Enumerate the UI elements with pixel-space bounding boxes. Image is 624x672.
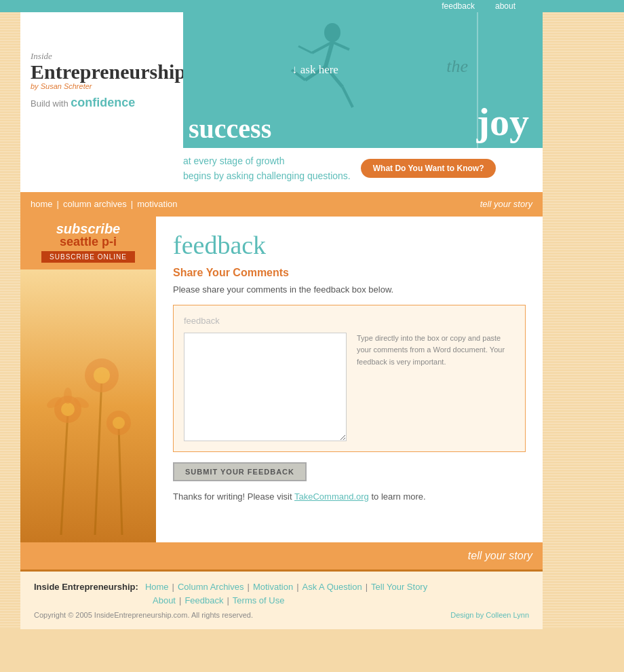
nav-tell-your-story[interactable]: tell your story — [480, 199, 532, 209]
svg-line-11 — [119, 426, 122, 535]
footer-row1: Inside Entrepreneurship: Home | Column A… — [34, 582, 529, 592]
logo-tagline-strong: confidence — [71, 96, 135, 109]
footer-link-feedback[interactable]: Feedback — [184, 595, 223, 605]
footer-sep2: | — [248, 582, 250, 592]
logo-byline: by Susan Schreter — [31, 82, 173, 90]
subscribe-subtitle: seattle p-i — [27, 236, 149, 248]
svg-point-0 — [324, 23, 340, 42]
svg-point-17 — [113, 417, 125, 429]
thanks-text: Thanks for writing! Please visit TakeCom… — [173, 491, 526, 502]
sub-hero-line1: at every stage of growth — [183, 153, 351, 168]
logo-tagline-pre: Build with — [31, 98, 71, 109]
svg-line-5 — [343, 87, 353, 107]
page-title: feedback — [173, 230, 526, 260]
submit-feedback-button[interactable]: SUBMIT YOUR FEEDBACK — [173, 462, 307, 481]
top-nav-bar: feedback about — [0, 0, 624, 12]
section-heading: Share Your Comments — [173, 267, 526, 279]
footer-links-row1: Home | Column Archives | Motivation | As… — [145, 582, 427, 592]
intro-text: Please share your comments in the feedba… — [173, 284, 526, 295]
svg-line-10 — [95, 379, 102, 535]
hero-text-the: the — [446, 56, 468, 77]
svg-line-8 — [332, 42, 349, 50]
hero-text-success: success — [189, 113, 271, 145]
nav-sep2: | — [131, 199, 133, 209]
footer-link-about[interactable]: About — [153, 595, 176, 605]
footer-link-tell-story[interactable]: Tell Your Story — [371, 582, 427, 592]
footer-site-name: Inside Entrepreneurship: — [34, 582, 138, 592]
footer-sep3: | — [296, 582, 298, 592]
logo-title: Inside Entrepreneurship by Susan Schrete… — [31, 51, 173, 96]
subscribe-title: subscribe — [27, 222, 149, 236]
design-credit-link[interactable]: Design by Colleen Lynn — [450, 611, 529, 619]
sidebar-flower-decoration — [20, 269, 156, 542]
header-area: Inside Entrepreneurship by Susan Schrete… — [20, 12, 543, 148]
nav-home[interactable]: home — [31, 199, 53, 209]
footer-link-ask-question[interactable]: Ask A Question — [303, 582, 362, 592]
footer: Inside Entrepreneurship: Home | Column A… — [20, 572, 543, 629]
subscribe-button[interactable]: SUBSCRIBE ONLINE — [41, 251, 135, 263]
subscribe-box: subscribe seattle p-i SUBSCRIBE ONLINE — [20, 217, 156, 269]
thanks-suffix: to learn more. — [371, 491, 425, 502]
thanks-link[interactable]: TakeCommand.org — [294, 491, 369, 502]
feedback-textarea[interactable] — [184, 333, 347, 441]
hero-ask-here: ↓ ask here — [292, 63, 338, 77]
feedback-hint: Type directly into the box or copy and p… — [357, 333, 515, 441]
feedback-box-label: feedback — [184, 316, 515, 326]
nav-column-archives[interactable]: column archives — [63, 199, 127, 209]
nav-left: home | column archives | motivation — [31, 199, 178, 209]
nav-motivation[interactable]: motivation — [137, 199, 177, 209]
feedback-form-inner: Type directly into the box or copy and p… — [184, 333, 515, 441]
right-decorative-stripe — [543, 12, 624, 629]
sub-hero-text: at every stage of growth begins by askin… — [183, 153, 351, 184]
sidebar-image-area — [20, 269, 156, 542]
nav-sep1: | — [57, 199, 59, 209]
footer-sep6: | — [227, 595, 229, 605]
main-content: feedback Share Your Comments Please shar… — [156, 217, 543, 542]
sidebar: subscribe seattle p-i SUBSCRIBE ONLINE — [20, 217, 156, 542]
sub-hero-line2: begins by asking challenging questions. — [183, 168, 351, 183]
footer-sep1: | — [172, 582, 174, 592]
logo-entrepreneurship: Entrepreneurship — [31, 62, 173, 82]
svg-point-15 — [94, 367, 110, 384]
outer-wrapper: Inside Entrepreneurship by Susan Schrete… — [0, 12, 624, 629]
footer-sep4: | — [366, 582, 368, 592]
top-nav-about[interactable]: about — [495, 1, 515, 11]
thanks-pre: Thanks for writing! Please visit — [173, 491, 292, 502]
tell-story-link[interactable]: tell your story — [468, 550, 532, 562]
svg-point-20 — [64, 388, 72, 404]
footer-row2: About | Feedback | Terms of Use — [34, 595, 529, 605]
copyright-text: Copyright © 2005 InsideEntrepreneurship.… — [34, 611, 253, 619]
footer-link-column-archives[interactable]: Column Archives — [178, 582, 244, 592]
footer-link-motivation[interactable]: Motivation — [253, 582, 293, 592]
svg-line-9 — [61, 413, 68, 535]
logo-tagline: Build with confidence — [31, 96, 173, 110]
feedback-form-box: feedback Type directly into the box or c… — [173, 305, 526, 452]
footer-link-terms[interactable]: Terms of Use — [233, 595, 285, 605]
top-nav-feedback[interactable]: feedback — [442, 1, 475, 11]
footer-sep5: | — [179, 595, 181, 605]
left-decorative-stripe — [0, 12, 20, 629]
nav-bar: home | column archives | motivation tell… — [20, 192, 543, 217]
svg-line-7 — [298, 46, 312, 53]
hero-banner: the joy success ↓ ask here — [183, 12, 543, 148]
main-column: Inside Entrepreneurship by Susan Schrete… — [20, 12, 543, 629]
tell-story-bar: tell your story — [20, 542, 543, 570]
sub-hero-area: at every stage of growth begins by askin… — [20, 148, 543, 192]
ask-button[interactable]: What Do You Want to Know? — [361, 159, 496, 178]
footer-link-home[interactable]: Home — [145, 582, 169, 592]
nav-right: tell your story — [480, 199, 532, 209]
logo-area: Inside Entrepreneurship by Susan Schrete… — [20, 12, 183, 148]
footer-bottom: Copyright © 2005 InsideEntrepreneurship.… — [34, 611, 529, 619]
svg-point-13 — [61, 403, 75, 416]
content-area: subscribe seattle p-i SUBSCRIBE ONLINE — [20, 217, 543, 542]
hero-text-joy: joy — [477, 99, 529, 145]
hero-divider — [477, 12, 478, 148]
